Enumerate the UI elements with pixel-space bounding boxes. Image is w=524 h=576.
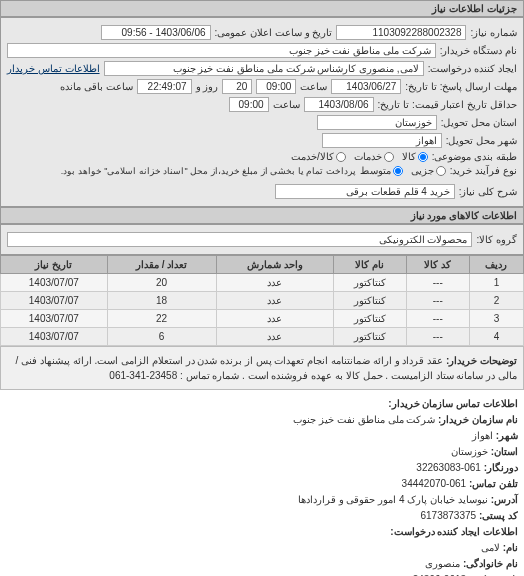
cell-name: کنتاکتور	[333, 310, 406, 328]
contact-city-label: شهر:	[496, 430, 518, 441]
category-label: طبقه بندی موضوعی:	[432, 151, 517, 162]
cell-code: ---	[406, 274, 469, 292]
requester-fname: منصوری	[425, 558, 460, 569]
requester-lname-label: نام:	[503, 542, 518, 553]
requester-label: ایجاد کننده درخواست:	[428, 63, 517, 74]
buyer-org-label: نام دستگاه خریدار:	[440, 45, 517, 56]
need-title-label: شرح کلی نیاز:	[459, 186, 517, 197]
cell-name: کنتاکتور	[333, 292, 406, 310]
buyer-notes-text: عقد قرداد و ارائه ضمانتنامه انجام تعهدات…	[16, 355, 517, 381]
form-panel: شماره نیاز: 1103092288002328 تاریخ و ساع…	[0, 17, 524, 207]
delivery-province-label: استان محل تحویل:	[441, 117, 517, 128]
remaining-days-label: روز و	[196, 81, 219, 92]
table-row: 3---کنتاکتورعدد221403/07/07	[1, 310, 524, 328]
th-qty: تعداد / مقدار	[107, 256, 216, 274]
deadline-time-label: ساعت	[300, 81, 327, 92]
requester-fname-label: نام خانوادگی:	[463, 558, 518, 569]
table-row: 2---کنتاکتورعدد181403/07/07	[1, 292, 524, 310]
cell-unit: عدد	[216, 310, 333, 328]
requester-info-header: اطلاعات ایجاد کننده درخواست:	[390, 526, 518, 537]
contact-postal: 6173873375	[420, 510, 476, 521]
contact-header: اطلاعات تماس سازمان خریدار:	[388, 398, 518, 409]
process-partial-radio[interactable]	[436, 166, 446, 176]
contact-city: اهواز	[472, 430, 493, 441]
buyer-contact-link[interactable]: اطلاعات تماس خریدار	[7, 63, 100, 74]
th-name: نام کالا	[333, 256, 406, 274]
remaining-days-field: 20	[222, 79, 252, 94]
cell-unit: عدد	[216, 292, 333, 310]
category-radio-group: کالا خدمات کالا/خدمت	[291, 151, 428, 162]
items-table: ردیف کد کالا نام کالا واحد شمارش تعداد /…	[0, 255, 524, 346]
cell-row: 4	[469, 328, 523, 346]
delivery-city-field: اهواز	[322, 133, 442, 148]
cell-qty: 6	[107, 328, 216, 346]
process-note: پرداخت تمام یا بخشی از مبلغ خرید،از محل …	[61, 166, 356, 176]
contact-province: خوزستان	[451, 446, 488, 457]
contact-fax-label: دورنگار:	[484, 462, 518, 473]
contact-province-label: استان:	[491, 446, 518, 457]
process-small[interactable]: متوسط	[360, 165, 403, 176]
process-partial[interactable]: جزیی	[411, 165, 446, 176]
category-kala[interactable]: کالا	[402, 151, 428, 162]
need-number-field: 1103092288002328	[336, 25, 466, 40]
contact-phone: 061-34442070	[402, 478, 467, 489]
table-row: 4---کنتاکتورعدد61403/07/07	[1, 328, 524, 346]
cell-name: کنتاکتور	[333, 328, 406, 346]
contact-org: شرکت ملی مناطق نفت خیز جنوب	[293, 414, 435, 425]
th-code: کد کالا	[406, 256, 469, 274]
process-partial-label: جزیی	[411, 165, 434, 176]
category-kala-label: کالا	[402, 151, 416, 162]
requester-field: لامی, منصوری کارشناس شرکت ملی مناطق نفت …	[104, 61, 424, 76]
cell-qty: 22	[107, 310, 216, 328]
deadline-date-field: 1403/06/27	[331, 79, 401, 94]
buyer-org-field: شرکت ملی مناطق نفت خیز جنوب	[7, 43, 436, 58]
category-kala-khadamat-radio[interactable]	[336, 152, 346, 162]
cell-date: 1403/07/07	[1, 310, 108, 328]
category-kala-khadamat-label: کالا/خدمت	[291, 151, 334, 162]
table-row: 1---کنتاکتورعدد201403/07/07	[1, 274, 524, 292]
cell-row: 2	[469, 292, 523, 310]
cell-row: 1	[469, 274, 523, 292]
contact-postal-label: کد پستی:	[479, 510, 518, 521]
contact-fax: 061-32263083	[416, 462, 481, 473]
contact-phone-label: تلفن تماس:	[469, 478, 518, 489]
cell-code: ---	[406, 292, 469, 310]
cell-name: کنتاکتور	[333, 274, 406, 292]
process-small-radio[interactable]	[393, 166, 403, 176]
cell-date: 1403/07/07	[1, 328, 108, 346]
need-number-label: شماره نیاز:	[470, 27, 517, 38]
th-row: ردیف	[469, 256, 523, 274]
cell-date: 1403/07/07	[1, 274, 108, 292]
page-title: جزئیات اطلاعات نیاز	[0, 0, 524, 17]
group-field: محصولات الکترونیکی	[7, 232, 472, 247]
category-kala-radio[interactable]	[418, 152, 428, 162]
validity-label: حداقل تاریخ اعتبار قیمت: تا تاریخ:	[378, 99, 517, 110]
cell-code: ---	[406, 310, 469, 328]
cell-unit: عدد	[216, 328, 333, 346]
deadline-label: مهلت ارسال پاسخ: تا تاریخ:	[405, 81, 517, 92]
process-type-label: نوع فرآیند خرید:	[450, 165, 517, 176]
items-section-header: اطلاعات کالاهای مورد نیاز	[0, 207, 524, 224]
cell-qty: 18	[107, 292, 216, 310]
remaining-time-field: 22:49:07	[137, 79, 192, 94]
cell-qty: 20	[107, 274, 216, 292]
requester-lname: لامی	[481, 542, 500, 553]
category-khadamat-label: خدمات	[354, 151, 382, 162]
th-date: تاریخ نیاز	[1, 256, 108, 274]
cell-code: ---	[406, 328, 469, 346]
cell-unit: عدد	[216, 274, 333, 292]
contact-org-label: نام سازمان خریدار:	[438, 414, 518, 425]
category-kala-khadamat[interactable]: کالا/خدمت	[291, 151, 346, 162]
th-unit: واحد شمارش	[216, 256, 333, 274]
category-khadamat[interactable]: خدمات	[354, 151, 394, 162]
remaining-time-label: ساعت باقی مانده	[60, 81, 133, 92]
category-khadamat-radio[interactable]	[384, 152, 394, 162]
group-label: گروه کالا:	[476, 234, 517, 245]
need-title-field: خرید 4 قلم قطعات برقی	[275, 184, 455, 199]
buyer-notes-label: توضیحات خریدار:	[446, 355, 517, 366]
process-radio-group: جزیی متوسط	[360, 165, 446, 176]
contact-address-label: آدرس:	[491, 494, 518, 505]
validity-time-label: ساعت	[273, 99, 300, 110]
delivery-city-label: شهر محل تحویل:	[446, 135, 517, 146]
items-panel: گروه کالا: محصولات الکترونیکی	[0, 224, 524, 255]
